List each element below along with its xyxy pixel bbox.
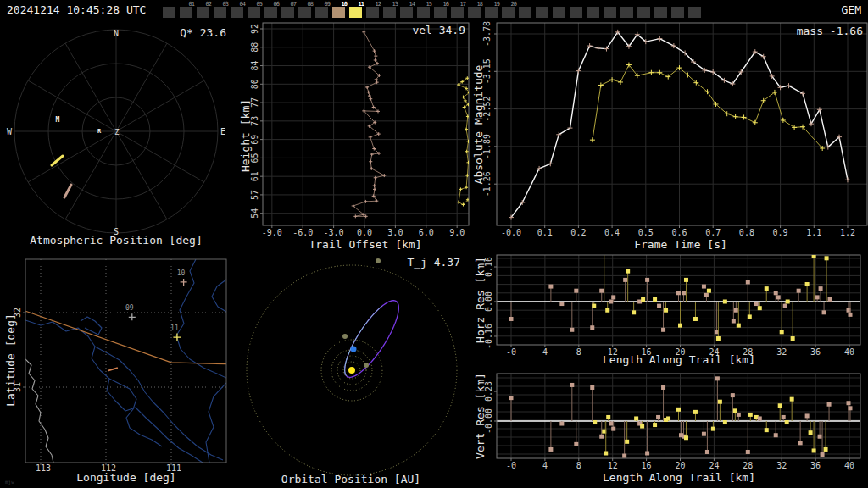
frame-box-14[interactable]: 14: [400, 7, 413, 18]
frame-box-label: 04: [240, 1, 245, 8]
orbital-position-plot: [247, 258, 457, 475]
frame-box-02[interactable]: 02: [197, 7, 209, 18]
river-path: [176, 259, 226, 378]
svg-text:77: 77: [250, 97, 259, 108]
frame-box-16[interactable]: 16: [434, 7, 447, 18]
svg-text:1.2: 1.2: [840, 228, 855, 237]
frame-box-18[interactable]: 18: [468, 7, 481, 18]
earth-dot: [351, 347, 357, 352]
frame-box-x23[interactable]: [553, 7, 565, 18]
atmospheric-plot-title: Atmospheric Position [deg]: [30, 234, 203, 247]
frame-box-label: 10: [342, 1, 347, 8]
frame-box-label: 18: [477, 1, 482, 8]
frame-box-x31[interactable]: [688, 7, 701, 18]
sun-dot: [348, 367, 355, 374]
svg-text:4: 4: [542, 347, 548, 357]
svg-text:73: 73: [250, 116, 259, 126]
watermark-initials: mjw: [5, 479, 14, 485]
frame-box-label: 20: [511, 1, 516, 8]
frame-box-label: 08: [308, 1, 313, 8]
frame-time-xlabel: Frame Time [s]: [634, 238, 727, 251]
svg-text:3.0: 3.0: [387, 228, 403, 237]
frame-box-17[interactable]: 17: [451, 7, 464, 18]
svg-text:09: 09: [125, 304, 134, 312]
svg-text:0.7: 0.7: [705, 228, 721, 237]
frame-box-03[interactable]: 03: [214, 7, 226, 18]
ground-track-map: 091011-113-112-1113231: [13, 259, 227, 473]
svg-text:20: 20: [675, 461, 685, 470]
svg-text:92: 92: [250, 24, 259, 34]
frame-box-label: 17: [460, 1, 465, 8]
orbital-plot-title: Orbital Position [AU]: [281, 473, 420, 485]
svg-text:9.0: 9.0: [449, 228, 465, 237]
frame-box-label: 09: [325, 1, 330, 8]
frame-box-label: 19: [494, 1, 499, 8]
frame-box-06[interactable]: 06: [264, 7, 277, 18]
frame-box-x30[interactable]: [671, 7, 684, 18]
absolute-magnitude-ylabel: Absolute Magnitude: [472, 65, 485, 185]
luminous-track-mark: [108, 368, 118, 371]
frame-box-label: 16: [443, 1, 448, 8]
svg-text:6.0: 6.0: [419, 228, 434, 237]
trajectory-ground-path: [25, 311, 227, 363]
frame-box-01[interactable]: 01: [180, 7, 192, 18]
jupiter-dot: [376, 258, 381, 263]
velocity-value: vel 34.9: [412, 24, 465, 36]
svg-text:Z: Z: [114, 128, 120, 136]
frame-box-15[interactable]: 15: [417, 7, 430, 18]
svg-text:-0: -0: [506, 347, 516, 357]
frame-box-label: 07: [291, 1, 296, 8]
frame-box-09[interactable]: 09: [315, 7, 328, 18]
frame-box-10[interactable]: 10: [332, 7, 345, 18]
frame-box-x28[interactable]: [637, 7, 650, 18]
frame-box-13[interactable]: 13: [383, 7, 396, 18]
svg-text:0.0: 0.0: [357, 228, 372, 237]
svg-text:0.5: 0.5: [638, 228, 654, 237]
frame-box-x29[interactable]: [654, 7, 667, 18]
frame-box-11[interactable]: 11: [349, 7, 362, 18]
frame-box-05[interactable]: 05: [248, 7, 260, 18]
trail-offset-xlabel: Trail Offset [km]: [309, 238, 421, 251]
svg-text:0.9: 0.9: [773, 228, 788, 237]
svg-text:-3.78: -3.78: [482, 21, 492, 47]
svg-text:8: 8: [576, 461, 581, 470]
frame-box-x0[interactable]: [163, 7, 175, 18]
frame-box-19[interactable]: 19: [485, 7, 498, 18]
svg-text:54: 54: [250, 208, 259, 219]
frame-box-x27[interactable]: [620, 7, 633, 18]
station-10-track: [64, 185, 71, 197]
frame-box-08[interactable]: 08: [298, 7, 311, 18]
svg-text:-0.0: -0.0: [501, 228, 521, 237]
height-ylabel: Height [km]: [239, 99, 252, 172]
frame-box-x22[interactable]: [536, 7, 548, 18]
frame-box-07[interactable]: 07: [281, 7, 294, 18]
observed-arc: [345, 307, 382, 376]
frame-box-20[interactable]: 20: [502, 7, 515, 18]
q-star-value: Q* 23.6: [180, 26, 226, 39]
river-path: [25, 320, 203, 463]
frame-box-x24[interactable]: [570, 7, 582, 18]
frame-box-12[interactable]: 12: [366, 7, 379, 18]
svg-text:36: 36: [810, 347, 821, 357]
svg-text:16: 16: [642, 461, 652, 470]
frame-box-label: 02: [206, 1, 211, 8]
frame-box-x21[interactable]: [519, 7, 531, 18]
svg-text:40: 40: [844, 347, 854, 357]
length-along-trail-xlabel-bottom: Length Along Trail [km]: [603, 471, 755, 484]
svg-text:0.8: 0.8: [739, 228, 754, 237]
frame-box-label: 03: [223, 1, 228, 8]
svg-text:4: 4: [542, 461, 548, 470]
frame-box-x25[interactable]: [587, 7, 599, 18]
svg-text:0.6: 0.6: [671, 228, 687, 237]
svg-text:0.1: 0.1: [537, 228, 553, 237]
frame-box-x26[interactable]: [604, 7, 616, 18]
mass-value: mass -1.66: [797, 25, 863, 37]
tisserand-value: T_j 4.37: [407, 256, 460, 269]
vert-res-plot: -04812162024283236400.23-0.00: [484, 374, 860, 470]
svg-text:8: 8: [576, 347, 581, 357]
latitude-ylabel: Latitude [deg]: [4, 313, 17, 407]
frame-box-label: 06: [274, 1, 279, 8]
svg-text:88: 88: [250, 42, 259, 53]
frame-box-04[interactable]: 04: [231, 7, 243, 18]
light-curve-plot: -0.00.10.20.40.50.60.70.80.91.11.2-3.78-…: [482, 21, 867, 237]
